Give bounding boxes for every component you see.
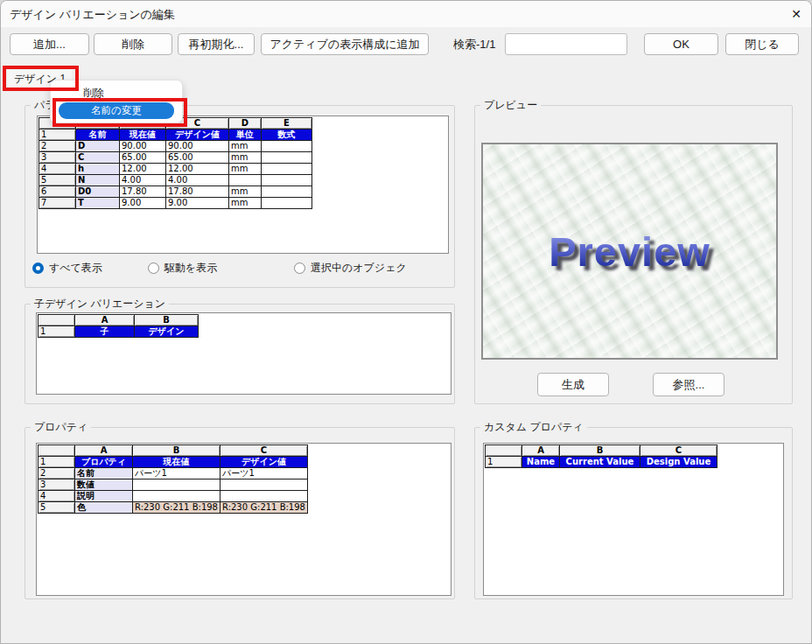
property-design-cell[interactable] bbox=[220, 491, 307, 502]
param-name-cell[interactable]: N bbox=[76, 175, 120, 186]
corner-cell[interactable] bbox=[38, 445, 75, 457]
column-letter[interactable]: E bbox=[262, 118, 312, 130]
param-formula-cell[interactable] bbox=[262, 198, 312, 209]
column-letter[interactable]: A bbox=[75, 445, 133, 457]
param-design-cell[interactable]: 9.00 bbox=[166, 198, 229, 209]
header-cell-current-value[interactable]: Current Value bbox=[560, 457, 640, 468]
row-number-cell[interactable]: 7 bbox=[39, 198, 76, 209]
add-button[interactable]: 追加... bbox=[10, 33, 89, 55]
property-label-cell[interactable]: 名前 bbox=[75, 468, 133, 480]
radio-icon[interactable] bbox=[294, 262, 305, 274]
param-design-cell[interactable]: 17.80 bbox=[166, 186, 229, 198]
row-number-cell[interactable]: 4 bbox=[38, 491, 75, 502]
row-number-cell[interactable]: 3 bbox=[39, 152, 76, 164]
param-name-cell[interactable]: T bbox=[76, 198, 120, 209]
header-cell-design-value[interactable]: Design Value bbox=[640, 457, 718, 468]
param-design-cell[interactable]: 65.00 bbox=[166, 152, 229, 164]
close-icon[interactable]: ✕ bbox=[783, 3, 809, 25]
property-current-cell[interactable] bbox=[133, 491, 220, 502]
param-unit-cell[interactable]: mm bbox=[229, 164, 262, 175]
column-letter[interactable]: B bbox=[560, 445, 640, 457]
param-formula-cell[interactable] bbox=[262, 175, 312, 186]
param-unit-cell[interactable]: mm bbox=[229, 198, 262, 209]
param-name-cell[interactable]: D bbox=[76, 141, 120, 152]
row-number-cell[interactable]: 3 bbox=[38, 480, 75, 491]
row-number-cell[interactable]: 5 bbox=[39, 175, 76, 186]
row-number-cell[interactable]: 1 bbox=[38, 326, 75, 338]
child-header-cell[interactable]: 子 bbox=[75, 326, 135, 338]
menu-item-delete[interactable]: 削除 bbox=[51, 83, 182, 102]
header-cell-name[interactable]: Name bbox=[522, 457, 560, 468]
header-cell-name[interactable]: 名前 bbox=[76, 130, 120, 141]
param-formula-cell[interactable] bbox=[262, 152, 312, 164]
property-design-cell[interactable] bbox=[220, 480, 307, 491]
param-name-cell[interactable]: C bbox=[76, 152, 120, 164]
property-label-cell[interactable]: 色 bbox=[75, 502, 133, 514]
property-label-cell[interactable]: 説明 bbox=[75, 491, 133, 502]
param-name-cell[interactable]: h bbox=[76, 164, 120, 175]
column-letter[interactable]: B bbox=[133, 445, 220, 457]
param-design-cell[interactable]: 12.00 bbox=[166, 164, 229, 175]
param-formula-cell[interactable] bbox=[262, 164, 312, 175]
header-cell-design[interactable]: デザイン値 bbox=[166, 130, 229, 141]
corner-cell[interactable] bbox=[38, 315, 75, 326]
header-cell-property[interactable]: プロパティ bbox=[75, 457, 133, 468]
radio-icon[interactable] bbox=[148, 262, 159, 274]
header-cell-current[interactable]: 現在値 bbox=[133, 457, 220, 468]
param-design-cell[interactable]: 90.00 bbox=[166, 141, 229, 152]
column-letter[interactable]: B bbox=[135, 315, 199, 326]
corner-cell[interactable] bbox=[486, 445, 522, 457]
row-number-cell[interactable]: 2 bbox=[39, 141, 76, 152]
param-unit-cell[interactable]: mm bbox=[229, 152, 262, 164]
column-letter[interactable]: C bbox=[640, 445, 718, 457]
param-formula-cell[interactable] bbox=[262, 186, 312, 198]
radio-show-all[interactable]: すべて表示 bbox=[32, 261, 102, 276]
row-number-cell[interactable]: 5 bbox=[38, 502, 75, 514]
header-cell-current[interactable]: 現在値 bbox=[120, 130, 166, 141]
column-letter[interactable]: A bbox=[522, 445, 560, 457]
param-current-cell[interactable]: 65.00 bbox=[120, 152, 166, 164]
row-number-cell[interactable]: 1 bbox=[486, 457, 522, 468]
row-number-cell[interactable]: 2 bbox=[38, 468, 75, 480]
header-cell-design[interactable]: デザイン値 bbox=[220, 457, 307, 468]
param-unit-cell[interactable]: mm bbox=[229, 186, 262, 198]
search-input[interactable] bbox=[505, 33, 627, 55]
param-formula-cell[interactable] bbox=[262, 141, 312, 152]
column-letter[interactable]: D bbox=[229, 118, 262, 130]
param-current-cell[interactable]: 90.00 bbox=[120, 141, 166, 152]
menu-item-rename[interactable]: 名前の変更 bbox=[59, 102, 174, 119]
param-current-cell[interactable]: 4.00 bbox=[120, 175, 166, 186]
design-header-cell[interactable]: デザイン bbox=[135, 326, 199, 338]
close-button[interactable]: 閉じる bbox=[725, 33, 799, 55]
browse-button[interactable]: 参照... bbox=[653, 373, 724, 396]
row-number-cell[interactable]: 1 bbox=[39, 130, 76, 141]
header-cell-unit[interactable]: 単位 bbox=[229, 130, 262, 141]
param-current-cell[interactable]: 9.00 bbox=[120, 198, 166, 209]
row-number-cell[interactable]: 4 bbox=[39, 164, 76, 175]
property-current-cell[interactable] bbox=[133, 480, 220, 491]
param-current-cell[interactable]: 17.80 bbox=[120, 186, 166, 198]
property-design-cell[interactable]: パーツ1 bbox=[220, 468, 307, 480]
column-letter[interactable]: A bbox=[75, 315, 135, 326]
generate-button[interactable]: 生成 bbox=[537, 373, 609, 396]
column-letter[interactable]: C bbox=[220, 445, 307, 457]
param-name-cell[interactable]: D0 bbox=[76, 186, 120, 198]
add-to-active-config-button[interactable]: アクティブの表示構成に追加 bbox=[261, 33, 429, 55]
property-color-design-cell[interactable]: R:230 G:211 B:198 bbox=[220, 502, 307, 514]
row-number-cell[interactable]: 1 bbox=[38, 457, 75, 468]
property-current-cell[interactable]: パーツ1 bbox=[133, 468, 220, 480]
delete-button[interactable]: 削除 bbox=[94, 33, 172, 55]
param-design-cell[interactable]: 4.00 bbox=[166, 175, 229, 186]
property-color-current-cell[interactable]: R:230 G:211 B:198 bbox=[133, 502, 220, 514]
param-current-cell[interactable]: 12.00 bbox=[120, 164, 166, 175]
header-cell-formula[interactable]: 数式 bbox=[262, 130, 312, 141]
ok-button[interactable]: OK bbox=[644, 33, 718, 55]
radio-selected-objects[interactable]: 選択中のオブジェク bbox=[294, 261, 407, 276]
radio-selected-icon[interactable] bbox=[32, 262, 44, 274]
reinitialize-button[interactable]: 再初期化... bbox=[178, 33, 255, 55]
param-unit-cell[interactable]: mm bbox=[229, 141, 262, 152]
radio-show-driving[interactable]: 駆動を表示 bbox=[148, 261, 217, 276]
param-unit-cell[interactable] bbox=[229, 175, 262, 186]
row-number-cell[interactable]: 6 bbox=[39, 186, 76, 198]
property-label-cell[interactable]: 数値 bbox=[75, 480, 133, 491]
